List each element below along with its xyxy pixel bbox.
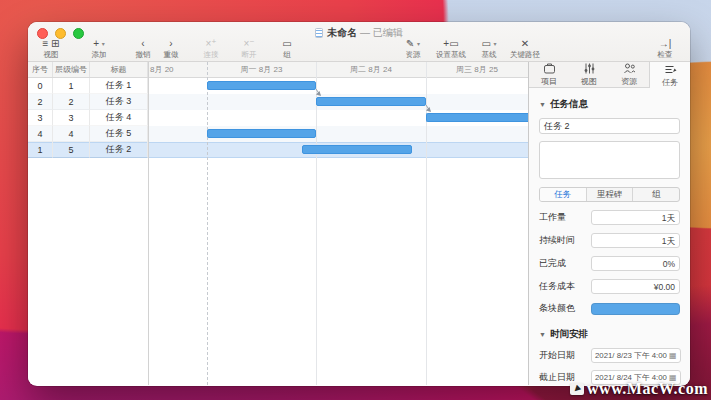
tab-view[interactable]: 视图	[569, 62, 609, 87]
set-baseline-button[interactable]: +▭ 设置基线	[436, 38, 466, 60]
inspector-panel: 项目 视图 资源 任务 ▼ 任务信息	[528, 62, 690, 385]
app-window: 未命名 — 已编辑 ≡ ⊞ 视图 + ▾ 添加 ‹ 撤销 › 重做 ×⁺ 连接	[28, 22, 690, 386]
document-icon	[315, 28, 323, 38]
cost-field-row: 任务成本 ¥0.00	[539, 279, 680, 294]
cursor-icon: ▶	[570, 383, 584, 395]
task-info-section-header[interactable]: ▼ 任务信息	[539, 98, 680, 111]
start-date-row: 开始日期 2021/ 8/23 下午 4:00 ▦	[539, 348, 680, 363]
disconnect-icon: ×⁻	[243, 38, 254, 49]
grid-header: 序号 层级编号 标题 8月 20 周一 8月 23 周二 8月 24 周三 8月…	[28, 62, 528, 78]
bar-color-field-row: 条块颜色	[539, 302, 680, 315]
undo-icon: ‹	[141, 38, 144, 49]
task-note-input[interactable]	[539, 141, 680, 179]
schedule-section-header[interactable]: ▼ 时间安排	[539, 328, 680, 341]
date-header-cell: 周二 8月 24	[316, 62, 426, 78]
baseline-icon: ▭ ▾	[481, 38, 496, 49]
edited-status: — 已编辑	[360, 27, 403, 38]
segment-milestone[interactable]: 里程碑	[586, 188, 633, 201]
main-content: 序号 层级编号 标题 8月 20 周一 8月 23 周二 8月 24 周三 8月…	[28, 62, 690, 385]
duration-field-row: 持续时间 1天	[539, 233, 680, 248]
task-type-segmented-control: 任务 里程碑 组	[539, 187, 680, 202]
inspector-body: ▼ 任务信息 任务 2 任务 里程碑 组 工作量 1天 持续时间 1天	[529, 88, 690, 386]
inspector-tabs: 项目 视图 资源 任务	[529, 62, 690, 88]
date-header-cell: 周三 8月 25	[426, 62, 528, 78]
redo-button[interactable]: › 重做	[160, 38, 182, 60]
dependency-arrows	[148, 78, 528, 158]
cost-input[interactable]: ¥0.00	[591, 279, 680, 294]
window-chrome: 未命名 — 已编辑 ≡ ⊞ 视图 + ▾ 添加 ‹ 撤销 › 重做 ×⁺ 连接	[28, 22, 690, 62]
critical-path-icon: ✕	[521, 38, 529, 49]
calendar-icon[interactable]: ▦	[669, 349, 677, 363]
bar-color-swatch[interactable]	[591, 303, 680, 315]
column-header-title[interactable]: 标题	[90, 62, 148, 77]
group-icon: ▭	[282, 38, 291, 49]
effort-input[interactable]: 1天	[591, 210, 680, 225]
baseline-button[interactable]: ▭ ▾ 基线	[478, 38, 500, 60]
assign-resource-button[interactable]: ✎ ▾ 资源	[402, 38, 424, 60]
date-header-cell: 8月 20	[148, 62, 207, 78]
duration-input[interactable]: 1天	[591, 233, 680, 248]
date-header-cell: 周一 8月 23	[207, 62, 316, 78]
gantt-view-icon: ≡ ⊞	[43, 38, 60, 49]
tab-project[interactable]: 项目	[529, 62, 569, 87]
critical-path-button[interactable]: ✕ 关键路径	[510, 38, 540, 60]
group-button[interactable]: ▭ 组	[276, 38, 298, 60]
start-date-input[interactable]: 2021/ 8/23 下午 4:00 ▦	[591, 348, 681, 363]
people-icon	[623, 62, 636, 75]
column-header-seq[interactable]: 序号	[28, 62, 53, 77]
inspect-button[interactable]: →| 检查	[654, 38, 676, 60]
connect-icon: ×⁺	[205, 38, 216, 49]
redo-icon: ›	[169, 38, 172, 49]
completed-input[interactable]: 0%	[591, 256, 680, 271]
disclosure-triangle-icon: ▼	[539, 331, 546, 338]
inspect-icon: →|	[659, 38, 672, 49]
effort-field-row: 工作量 1天	[539, 210, 680, 225]
add-task-button[interactable]: + ▾ 添加	[88, 38, 110, 60]
task-list-icon	[664, 63, 677, 76]
connect-button[interactable]: ×⁺ 连接	[200, 38, 222, 60]
gantt-date-header: 8月 20 周一 8月 23 周二 8月 24 周三 8月 25	[148, 62, 528, 77]
disclosure-triangle-icon: ▼	[539, 101, 546, 108]
macw-watermark: ▶ www.MacW.com	[570, 380, 708, 398]
document-title: 未命名	[327, 27, 357, 38]
task-name-input[interactable]: 任务 2	[539, 118, 680, 134]
column-header-level[interactable]: 层级编号	[53, 62, 90, 77]
view-options-button[interactable]: ≡ ⊞ 视图	[40, 38, 62, 60]
tab-resources[interactable]: 资源	[609, 62, 649, 87]
view-sliders-icon	[583, 62, 596, 75]
toolbar: ≡ ⊞ 视图 + ▾ 添加 ‹ 撤销 › 重做 ×⁺ 连接 ×⁻ 断开	[28, 38, 690, 62]
set-baseline-icon: +▭	[443, 38, 458, 49]
segment-group[interactable]: 组	[632, 188, 679, 201]
disconnect-button[interactable]: ×⁻ 断开	[238, 38, 260, 60]
resource-pen-icon: ✎ ▾	[406, 38, 420, 49]
gantt-bars-layer	[148, 78, 528, 158]
project-icon	[543, 62, 556, 75]
tab-task[interactable]: 任务	[649, 62, 690, 88]
gantt-outline-area: 序号 层级编号 标题 8月 20 周一 8月 23 周二 8月 24 周三 8月…	[28, 62, 528, 385]
segment-task[interactable]: 任务	[540, 188, 586, 201]
undo-button[interactable]: ‹ 撤销	[132, 38, 154, 60]
plus-icon: + ▾	[93, 38, 105, 49]
completed-field-row: 已完成 0%	[539, 256, 680, 271]
